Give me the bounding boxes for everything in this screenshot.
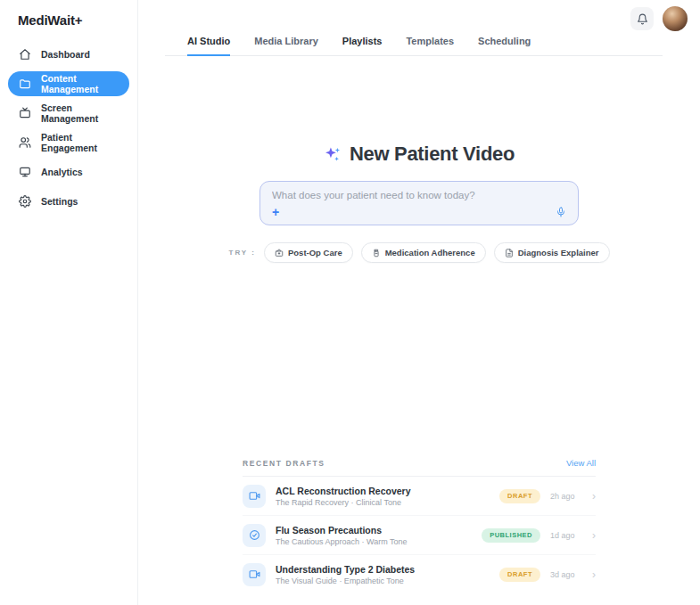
home-icon <box>18 48 31 61</box>
draft-title: Flu Season Precautions <box>276 525 408 536</box>
try-label: TRY : <box>229 249 256 257</box>
draft-row-flu-season-precautions[interactable]: Flu Season Precautions The Cautious Appr… <box>243 516 596 555</box>
content-tabs: AI Studio Media Library Playlists Templa… <box>165 36 663 56</box>
folder-icon <box>18 78 31 91</box>
prompt-input[interactable] <box>272 190 566 202</box>
app-window: MediWait+ Dashboard Content Management S… <box>0 0 700 605</box>
draft-timestamp: 3d ago <box>550 570 582 579</box>
status-badge: PUBLISHED <box>482 528 540 543</box>
draft-subtitle: The Visual Guide · Empathetic Tone <box>276 576 415 585</box>
draft-row-understanding-type-2-diabetes[interactable]: Understanding Type 2 Diabetes The Visual… <box>243 555 596 593</box>
recent-drafts-heading: RECENT DRAFTS <box>243 459 325 468</box>
topbar <box>630 6 688 31</box>
gear-icon <box>18 195 31 208</box>
sidebar-item-label: Settings <box>41 196 78 207</box>
sidebar-item-patient-engagement[interactable]: Patient Engagement <box>8 130 129 155</box>
notifications-button[interactable] <box>630 7 654 30</box>
sparkles-icon <box>324 145 342 163</box>
user-avatar[interactable] <box>663 6 688 31</box>
file-text-icon <box>505 249 514 258</box>
tv-icon <box>18 107 31 120</box>
bell-icon <box>637 13 648 25</box>
suggestion-chip-label: Diagnosis Explainer <box>518 248 599 258</box>
tab-templates[interactable]: Templates <box>406 36 454 55</box>
draft-subtitle: The Cautious Approach · Warm Tone <box>276 537 408 546</box>
draft-title: ACL Reconstruction Recovery <box>276 486 411 496</box>
sidebar-nav: Dashboard Content Management Screen Mana… <box>0 42 137 214</box>
draft-row-meta: DRAFT 2h ago › <box>483 489 596 503</box>
suggestion-chip-medication-adherence[interactable]: Medication Adherence <box>361 242 486 263</box>
sidebar-item-settings[interactable]: Settings <box>8 189 129 214</box>
mic-icon[interactable] <box>556 207 566 217</box>
ai-studio-panel: New Patient Video + TRY : Post-Op Care M… <box>138 143 700 263</box>
draft-row-acl-reconstruction-recovery[interactable]: ACL Reconstruction Recovery The Rapid Re… <box>243 477 596 516</box>
app-logo: MediWait+ <box>0 0 137 42</box>
status-badge: DRAFT <box>499 489 540 503</box>
sidebar-item-label: Dashboard <box>41 49 90 60</box>
monitor-icon <box>18 166 31 179</box>
draft-timestamp: 2h ago <box>550 492 582 501</box>
status-badge-wrap: DRAFT <box>483 568 540 582</box>
draft-title: Understanding Type 2 Diabetes <box>276 564 415 575</box>
prompt-card: + <box>259 181 579 225</box>
page-title: New Patient Video <box>324 143 515 166</box>
draft-row-meta: PUBLISHED 1d ago › <box>483 528 596 543</box>
draft-row-text: Flu Season Precautions The Cautious Appr… <box>276 525 408 546</box>
tab-media-library[interactable]: Media Library <box>254 36 318 55</box>
sidebar-item-label: Screen Management <box>41 102 119 124</box>
recent-drafts-header: RECENT DRAFTS View All <box>243 458 596 477</box>
status-badge: DRAFT <box>499 568 540 582</box>
suggestion-chip-label: Medication Adherence <box>385 248 475 258</box>
suggestion-chip-diagnosis-explainer[interactable]: Diagnosis Explainer <box>494 242 610 263</box>
sidebar-item-dashboard[interactable]: Dashboard <box>8 42 129 67</box>
draft-row-meta: DRAFT 3d ago › <box>483 568 596 582</box>
draft-subtitle: The Rapid Recovery · Clinical Tone <box>276 498 411 507</box>
draft-timestamp: 1d ago <box>550 531 582 540</box>
medication-icon <box>372 249 381 258</box>
tab-playlists[interactable]: Playlists <box>342 36 383 55</box>
sidebar-item-screen-management[interactable]: Screen Management <box>8 101 129 126</box>
status-badge-wrap: DRAFT <box>483 489 540 503</box>
suggestion-chip-post-op-care[interactable]: Post-Op Care <box>264 242 353 263</box>
sidebar-item-label: Patient Engagement <box>41 132 119 153</box>
recent-drafts-section: RECENT DRAFTS View All ACL Reconstructio… <box>243 458 596 593</box>
tab-scheduling[interactable]: Scheduling <box>478 36 531 55</box>
users-icon <box>18 136 31 150</box>
sidebar-item-content-management[interactable]: Content Management <box>8 71 129 96</box>
sidebar-item-label: Content Management <box>41 73 119 94</box>
chevron-right-icon[interactable]: › <box>592 530 596 541</box>
sidebar-item-analytics[interactable]: Analytics <box>8 159 129 184</box>
draft-row-text: ACL Reconstruction Recovery The Rapid Re… <box>276 486 411 507</box>
page-title-text: New Patient Video <box>350 143 515 166</box>
briefcase-medical-icon <box>275 249 284 258</box>
sidebar-item-label: Analytics <box>41 167 83 177</box>
sidebar: MediWait+ Dashboard Content Management S… <box>0 0 138 605</box>
chevron-right-icon[interactable]: › <box>592 491 596 502</box>
status-badge-wrap: PUBLISHED <box>483 528 540 543</box>
video-icon <box>243 485 266 508</box>
view-all-link[interactable]: View All <box>566 458 596 468</box>
check-circle-icon <box>243 524 266 547</box>
suggestions-row: TRY : Post-Op Care Medication Adherence … <box>229 242 610 263</box>
attach-button[interactable]: + <box>272 207 279 217</box>
draft-row-text: Understanding Type 2 Diabetes The Visual… <box>276 564 415 585</box>
tab-ai-studio[interactable]: AI Studio <box>187 36 230 56</box>
suggestion-chip-label: Post-Op Care <box>288 248 342 258</box>
video-icon <box>243 563 266 586</box>
prompt-toolbar: + <box>272 207 566 217</box>
chevron-right-icon[interactable]: › <box>592 569 596 580</box>
